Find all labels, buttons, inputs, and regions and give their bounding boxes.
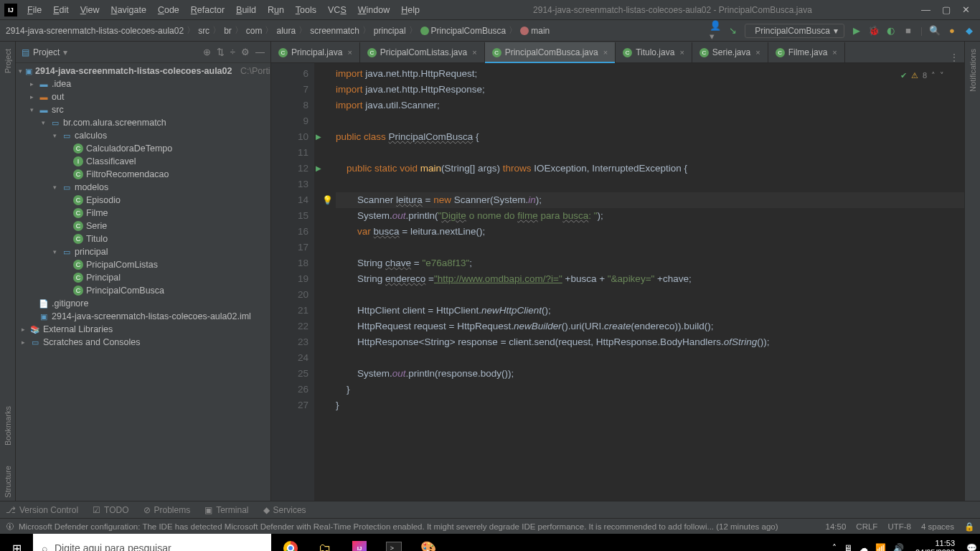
tray-chevron-icon[interactable]: ˄: [832, 543, 837, 551]
editor-tab[interactable]: CFilme.java×: [768, 42, 845, 62]
chevron-down-icon[interactable]: ˅: [940, 67, 944, 83]
crumb-alura[interactable]: alura: [276, 26, 296, 36]
taskbar-search[interactable]: ⌕ Digite aqui para pesquisar: [33, 534, 271, 551]
build-icon[interactable]: ↘: [727, 26, 738, 36]
crumb-screenmatch[interactable]: screenmatch: [310, 26, 359, 36]
tray-battery-icon[interactable]: 🖥: [844, 543, 852, 551]
select-opened-icon[interactable]: ⊕: [203, 47, 211, 57]
expand-all-icon[interactable]: ⇅: [217, 47, 225, 57]
tree-mod3[interactable]: CSerie: [16, 220, 270, 232]
menu-build[interactable]: Build: [232, 3, 260, 17]
code-area[interactable]: 678910▶1112▶1314💡15161718192021222324252…: [271, 63, 964, 501]
tree-mod1[interactable]: CEpisodio: [16, 194, 270, 207]
rail-project[interactable]: Project: [4, 46, 12, 76]
close-tab-icon[interactable]: ×: [603, 48, 608, 57]
indent[interactable]: 4 spaces: [921, 522, 954, 531]
hide-icon[interactable]: —: [255, 47, 265, 57]
rail-notifications[interactable]: Notifications: [969, 46, 977, 95]
tree-gitignore[interactable]: 📄.gitignore: [16, 297, 270, 310]
menu-file[interactable]: File: [23, 3, 46, 17]
editor-tab[interactable]: CPrincipalComBusca.java×: [485, 42, 616, 62]
menu-refactor[interactable]: Refactor: [187, 3, 229, 17]
rail-bookmarks[interactable]: Bookmarks: [4, 403, 12, 448]
crumb-class[interactable]: PrincipalComBusca: [420, 26, 507, 36]
menu-navigate[interactable]: Navigate: [107, 3, 151, 17]
tree-idea[interactable]: ▸▬.idea: [16, 77, 270, 90]
taskbar-app-paint[interactable]: 🎨: [412, 534, 445, 551]
editor-tab[interactable]: CTitulo.java×: [616, 42, 692, 62]
tree-mod4[interactable]: CTitulo: [16, 232, 270, 245]
toolwin-terminal[interactable]: ▣Terminal: [204, 505, 248, 515]
tree-modelos[interactable]: ▾▭modelos: [16, 181, 270, 194]
editor-tab[interactable]: CPrincipal.java×: [271, 42, 360, 62]
maximize-icon[interactable]: ▢: [942, 4, 951, 15]
run-config-selector[interactable]: PrincipalComBusca ▾: [745, 24, 844, 38]
add-config-icon[interactable]: 👤▾: [710, 26, 720, 36]
taskbar-app-chrome[interactable]: [274, 534, 307, 551]
coverage-icon[interactable]: ◐: [886, 26, 896, 36]
tree-mod2[interactable]: CFilme: [16, 207, 270, 220]
tree-principal[interactable]: ▾▭principal: [16, 245, 270, 258]
collapse-all-icon[interactable]: ÷: [230, 47, 235, 57]
encoding[interactable]: UTF-8: [887, 522, 911, 531]
tray-wifi-icon[interactable]: 📶: [875, 543, 886, 551]
cursor-position[interactable]: 14:50: [826, 522, 847, 531]
chevron-down-icon[interactable]: ▾: [63, 47, 67, 57]
editor-tab[interactable]: CPricipalComListas.java×: [360, 42, 485, 62]
tray-notifications-icon[interactable]: 💬: [966, 543, 977, 551]
tree-calc1[interactable]: CCalculadoraDeTempo: [16, 142, 270, 155]
debug-icon[interactable]: 🐞: [869, 26, 879, 36]
tree-p3[interactable]: CPrincipalComBusca: [16, 284, 270, 297]
tree-src[interactable]: ▾▬src: [16, 103, 270, 116]
inspection-widget[interactable]: ✔ ⚠8 ˄ ˅: [900, 67, 944, 83]
tree-iml[interactable]: ▣2914-java-screenmatch-listas-colecoes-a…: [16, 310, 270, 323]
run-icon[interactable]: ▶: [852, 26, 862, 36]
crumb-root[interactable]: 2914-java-screenmatch-listas-colecoes-au…: [6, 26, 184, 36]
toolwin-todo[interactable]: ☑TODO: [93, 505, 128, 515]
ide-update-icon[interactable]: ●: [947, 26, 957, 36]
status-message[interactable]: Microsoft Defender configuration: The ID…: [19, 522, 778, 531]
menu-view[interactable]: View: [76, 3, 104, 17]
line-separator[interactable]: CRLF: [856, 522, 877, 531]
tree-out[interactable]: ▸▬out: [16, 90, 270, 103]
close-tab-icon[interactable]: ×: [755, 48, 760, 57]
close-tab-icon[interactable]: ×: [472, 48, 476, 57]
settings-icon[interactable]: ⚙: [241, 47, 250, 57]
menu-tools[interactable]: Tools: [291, 3, 321, 17]
chevron-up-icon[interactable]: ˄: [931, 67, 936, 83]
crumb-src[interactable]: src: [198, 26, 209, 36]
tree-calc2[interactable]: IClassificavel: [16, 155, 270, 168]
tree-p2[interactable]: CPrincipal: [16, 271, 270, 284]
menu-window[interactable]: Window: [354, 3, 394, 17]
tree-extlib[interactable]: ▸📚External Libraries: [16, 323, 270, 336]
tree-calculos[interactable]: ▾▭calculos: [16, 129, 270, 142]
code-body[interactable]: import java.net.http.HttpRequest;import …: [314, 63, 964, 501]
toolwin-vcs[interactable]: ⎇Version Control: [6, 505, 78, 515]
menu-vcs[interactable]: VCS: [324, 3, 351, 17]
minimize-icon[interactable]: —: [921, 4, 930, 15]
tray-volume-icon[interactable]: 🔊: [893, 543, 904, 551]
taskbar-app-intellij[interactable]: IJ: [343, 534, 376, 551]
toolwin-services[interactable]: ◆Services: [263, 505, 306, 515]
stop-icon[interactable]: ■: [903, 26, 913, 36]
menu-edit[interactable]: Edit: [49, 3, 73, 17]
settings-icon[interactable]: ◆: [964, 26, 974, 36]
crumb-method[interactable]: main: [520, 26, 550, 36]
menu-code[interactable]: Code: [154, 3, 184, 17]
taskbar-app-explorer[interactable]: 🗂: [308, 534, 341, 551]
crumb-br[interactable]: br: [224, 26, 232, 36]
tray-cloud-icon[interactable]: ☁: [859, 543, 868, 551]
close-tab-icon[interactable]: ×: [679, 48, 684, 57]
menu-run[interactable]: Run: [263, 3, 288, 17]
readonly-icon[interactable]: 🔒: [964, 522, 974, 532]
tree-calc3[interactable]: CFiltroRecomendacao: [16, 168, 270, 181]
tree-p1[interactable]: CPricipalComListas: [16, 258, 270, 271]
tray-clock[interactable]: 11:53 04/05/2023: [911, 539, 959, 551]
tree-scratch[interactable]: ▸▭Scratches and Consoles: [16, 336, 270, 349]
tree-root[interactable]: ▾▣2914-java-screenmatch-listas-colecoes-…: [16, 65, 270, 77]
close-tab-icon[interactable]: ×: [832, 48, 837, 57]
close-icon[interactable]: ✕: [962, 4, 970, 15]
rail-structure[interactable]: Structure: [4, 463, 12, 501]
menu-help[interactable]: Help: [397, 3, 424, 17]
crumb-principal[interactable]: principal: [374, 26, 406, 36]
